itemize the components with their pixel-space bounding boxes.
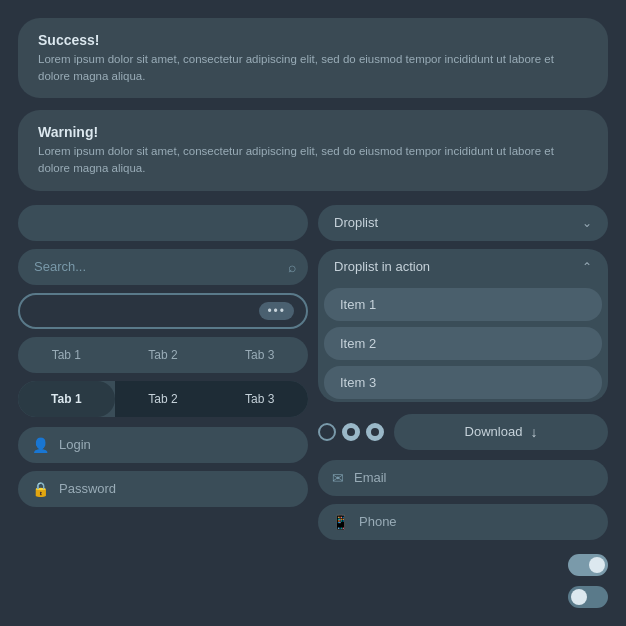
droplist-action-label: Droplist in action <box>334 259 430 274</box>
warning-body: Lorem ipsum dolor sit amet, consectetur … <box>38 143 588 176</box>
success-title: Success! <box>38 32 588 48</box>
radio-2[interactable] <box>342 423 360 441</box>
tab-3[interactable]: Tab 3 <box>211 337 308 373</box>
list-item-1[interactable]: Item 1 <box>324 288 602 321</box>
list-item-3[interactable]: Item 3 <box>324 366 602 399</box>
dots-field[interactable]: ••• <box>18 293 308 329</box>
toggle-1[interactable] <box>568 554 608 576</box>
lock-icon: 🔒 <box>32 481 49 497</box>
tab-active-1[interactable]: Tab 1 <box>18 381 115 417</box>
main-grid: ⌕ ••• Tab 1 Tab 2 Tab 3 Tab 1 Tab 2 Tab … <box>18 205 608 540</box>
success-alert: Success! Lorem ipsum dolor sit amet, con… <box>18 18 608 98</box>
tab-1[interactable]: Tab 1 <box>18 337 115 373</box>
email-wrapper: ✉ <box>318 460 608 496</box>
search-input[interactable] <box>18 249 308 285</box>
form-row-right: ✉ 📱 <box>318 460 608 540</box>
email-input[interactable] <box>354 470 594 485</box>
password-input[interactable] <box>59 481 294 496</box>
success-body: Lorem ipsum dolor sit amet, consectetur … <box>38 51 588 84</box>
droplist-items: Item 1 Item 2 Item 3 <box>318 285 608 402</box>
toggle-knob-2 <box>571 589 587 605</box>
login-wrapper: 👤 <box>18 427 308 463</box>
warning-title: Warning! <box>38 124 588 140</box>
droplist-open: Droplist in action ⌃ Item 1 Item 2 Item … <box>318 249 608 402</box>
text-input[interactable] <box>18 205 308 241</box>
chevron-up-icon: ⌃ <box>582 260 592 274</box>
download-icon: ↓ <box>530 424 537 440</box>
radio-1[interactable] <box>318 423 336 441</box>
password-wrapper: 🔒 <box>18 471 308 507</box>
toggle-knob-1 <box>589 557 605 573</box>
radio-group <box>318 423 384 441</box>
tabs-inactive: Tab 1 Tab 2 Tab 3 <box>18 337 308 373</box>
radio-inner-2 <box>371 428 379 436</box>
phone-icon: 📱 <box>332 514 349 530</box>
list-item-2[interactable]: Item 2 <box>324 327 602 360</box>
phone-wrapper: 📱 <box>318 504 608 540</box>
download-label: Download <box>465 424 523 439</box>
phone-input[interactable] <box>359 514 594 529</box>
tabs-active: Tab 1 Tab 2 Tab 3 <box>18 381 308 417</box>
tab-active-2[interactable]: Tab 2 <box>115 381 212 417</box>
toggle-column <box>568 554 608 608</box>
user-icon: 👤 <box>32 437 49 453</box>
right-column: Droplist ⌄ Droplist in action ⌃ Item 1 I… <box>318 205 608 540</box>
email-icon: ✉ <box>332 470 344 486</box>
droplist-label: Droplist <box>334 215 378 230</box>
droplist-header[interactable]: Droplist in action ⌃ <box>318 249 608 285</box>
tab-2[interactable]: Tab 2 <box>115 337 212 373</box>
download-button[interactable]: Download ↓ <box>394 414 608 450</box>
warning-alert: Warning! Lorem ipsum dolor sit amet, con… <box>18 110 608 190</box>
radio-3[interactable] <box>366 423 384 441</box>
chevron-down-icon: ⌄ <box>582 216 592 230</box>
download-row: Download ↓ <box>318 414 608 450</box>
radio-inner <box>347 428 355 436</box>
login-input[interactable] <box>59 437 294 452</box>
tab-active-3[interactable]: Tab 3 <box>211 381 308 417</box>
dots-badge: ••• <box>259 302 294 320</box>
toggle-2[interactable] <box>568 586 608 608</box>
left-column: ⌕ ••• Tab 1 Tab 2 Tab 3 Tab 1 Tab 2 Tab … <box>18 205 308 540</box>
search-icon: ⌕ <box>288 259 296 275</box>
search-wrapper: ⌕ <box>18 249 308 285</box>
droplist-button[interactable]: Droplist ⌄ <box>318 205 608 241</box>
form-row-left: 👤 🔒 <box>18 427 308 507</box>
